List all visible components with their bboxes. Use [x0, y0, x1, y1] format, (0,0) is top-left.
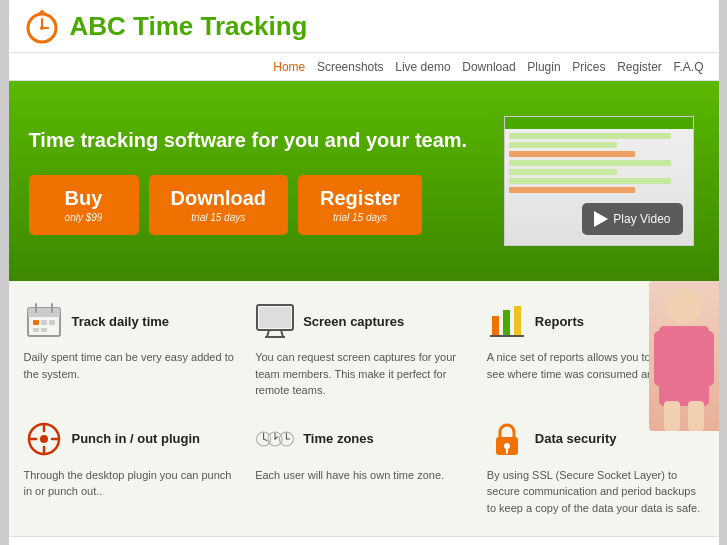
header: ABC Time Tracking: [9, 0, 719, 53]
feature-6-desc: By using SSL (Secure Socket Layer) to se…: [487, 467, 704, 517]
svg-line-15: [267, 330, 269, 337]
screenshot-preview: Play Video: [504, 116, 694, 246]
svg-rect-14: [259, 307, 291, 328]
svg-rect-19: [503, 310, 510, 336]
feature-time-zones: Time zones Each user will have his own t…: [255, 419, 472, 517]
feature-2-title: Screen captures: [303, 314, 404, 329]
svg-rect-9: [41, 320, 47, 325]
person-decoration: [649, 281, 719, 431]
svg-rect-20: [514, 306, 521, 336]
feature-screen-captures: Screen captures You can request screen c…: [255, 301, 472, 399]
site-title: ABC Time Tracking: [70, 11, 308, 42]
svg-point-40: [666, 288, 702, 324]
mini-row-1: [509, 133, 671, 139]
hero-section: Time tracking software for you and your …: [9, 81, 719, 281]
mini-row-7: [509, 187, 635, 193]
play-icon: [594, 211, 608, 227]
feature-5-title: Time zones: [303, 431, 374, 446]
hero-right: Play Video: [504, 116, 704, 246]
buy-button-sub: only $99: [51, 212, 117, 223]
chart-icon: [487, 301, 527, 341]
download-button-main: Download: [171, 187, 267, 210]
nav-plugin[interactable]: Plugin: [527, 60, 560, 74]
register-button-sub: trial 15 days: [320, 212, 400, 223]
nav-screenshots[interactable]: Screenshots: [317, 60, 384, 74]
svg-rect-5: [28, 308, 60, 317]
mini-row-4: [509, 160, 671, 166]
play-video-button[interactable]: Play Video: [582, 203, 682, 235]
feature-4-header: Punch in / out plugin: [24, 419, 241, 459]
buy-button[interactable]: Buy only $99: [29, 175, 139, 235]
play-video-label: Play Video: [613, 212, 670, 226]
mini-content: [505, 129, 693, 197]
mini-bar: [505, 117, 693, 129]
register-button[interactable]: Register trial 15 days: [298, 175, 422, 235]
feature-track-daily-time: Track daily time Daily spent time can be…: [24, 301, 241, 399]
mini-row-6: [509, 178, 671, 184]
svg-rect-18: [492, 316, 499, 336]
feature-1-desc: Daily spent time can be very easy added …: [24, 349, 241, 382]
calendar-icon: [24, 301, 64, 341]
mini-row-5: [509, 169, 617, 175]
mini-row-3: [509, 151, 635, 157]
features-section: Track daily time Daily spent time can be…: [9, 281, 719, 536]
features-grid: Track daily time Daily spent time can be…: [24, 301, 704, 516]
svg-rect-45: [688, 401, 704, 431]
nav-prices[interactable]: Prices: [572, 60, 605, 74]
svg-rect-42: [654, 331, 669, 386]
svg-rect-10: [49, 320, 55, 325]
features-grid-container: Track daily time Daily spent time can be…: [9, 281, 719, 536]
feature-3-title: Reports: [535, 314, 584, 329]
plugin-icon: [24, 419, 64, 459]
feature-5-header: Time zones: [255, 419, 472, 459]
download-button-sub: trial 15 days: [171, 212, 267, 223]
feature-5-desc: Each user will have his own time zone.: [255, 467, 472, 484]
feature-1-title: Track daily time: [72, 314, 170, 329]
lock-icon: [487, 419, 527, 459]
nav-home[interactable]: Home: [273, 60, 305, 74]
logo-icon: [24, 8, 60, 44]
feature-6-title: Data security: [535, 431, 617, 446]
buy-button-main: Buy: [51, 187, 117, 210]
navigation: Home Screenshots Live demo Download Plug…: [9, 53, 719, 81]
clock-icon: [255, 419, 295, 459]
feature-2-desc: You can request screen captures for your…: [255, 349, 472, 399]
svg-rect-8: [33, 320, 39, 325]
svg-rect-12: [41, 328, 47, 332]
feature-punch-plugin: Punch in / out plugin Through the deskto…: [24, 419, 241, 517]
download-button[interactable]: Download trial 15 days: [149, 175, 289, 235]
svg-point-3: [40, 26, 44, 30]
svg-point-23: [40, 435, 48, 443]
feature-data-security: Data security By using SSL (Secure Socke…: [487, 419, 704, 517]
hero-buttons: Buy only $99 Download trial 15 days Regi…: [29, 175, 489, 235]
svg-rect-43: [699, 331, 714, 386]
footer: - time tracking software, time clock sof…: [9, 536, 719, 545]
nav-download[interactable]: Download: [462, 60, 515, 74]
feature-4-desc: Through the desktop plugin you can punch…: [24, 467, 241, 500]
svg-line-16: [281, 330, 283, 337]
mini-row-2: [509, 142, 617, 148]
monitor-icon: [255, 301, 295, 341]
feature-1-header: Track daily time: [24, 301, 241, 341]
hero-tagline: Time tracking software for you and your …: [29, 127, 489, 153]
nav-faq[interactable]: F.A.Q: [673, 60, 703, 74]
register-button-main: Register: [320, 187, 400, 210]
feature-4-title: Punch in / out plugin: [72, 431, 201, 446]
nav-livedemo[interactable]: Live demo: [395, 60, 450, 74]
svg-rect-11: [33, 328, 39, 332]
nav-register[interactable]: Register: [617, 60, 662, 74]
feature-2-header: Screen captures: [255, 301, 472, 341]
hero-left: Time tracking software for you and your …: [29, 127, 489, 235]
svg-rect-44: [664, 401, 680, 431]
svg-line-30: [264, 439, 267, 441]
